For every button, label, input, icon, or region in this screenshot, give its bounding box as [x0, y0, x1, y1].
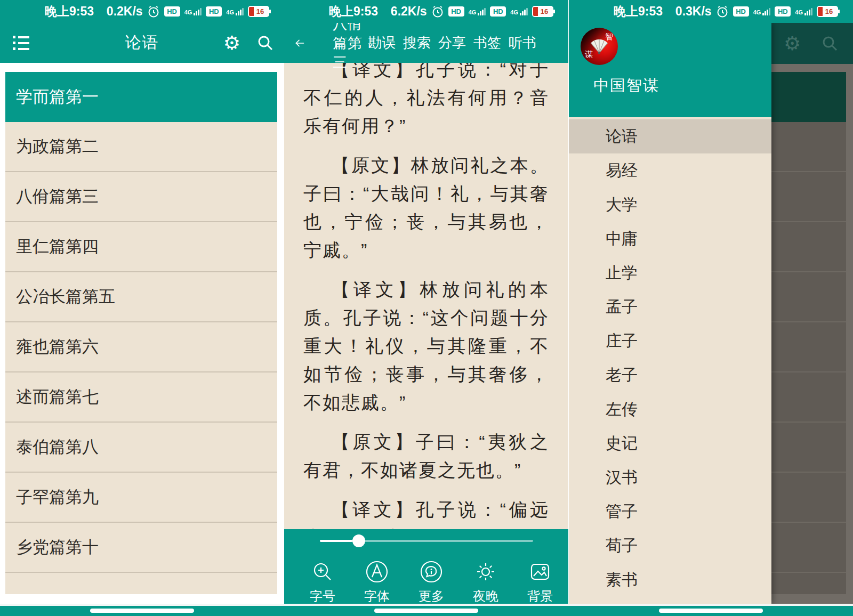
panel-reader: 晚上9:53 6.2K/s HD 4G HD 4G 16 八佾篇第三 勘误 搜索	[284, 0, 568, 616]
book-item[interactable]: 庄子	[569, 324, 771, 358]
panel-chapter-list: 晚上9:53 0.2K/s HD 4G HD 4G 16 论语 ⚙	[0, 0, 284, 616]
book-item[interactable]: 大学	[569, 188, 771, 222]
chapter-list: 学而篇第一 为政篇第二 八佾篇第三 里仁篇第四 公冶长篇第五 雍也篇第六 述而篇…	[5, 72, 277, 594]
paragraph: 【译文】林放问礼的本质。孔子说：“这个问题十分重大！礼仪，与其隆重，不如节俭；丧…	[303, 275, 549, 417]
font-family-icon	[365, 560, 389, 584]
app-title: 中国智谋	[593, 75, 659, 96]
chapter-item[interactable]: 子罕篇第九	[5, 473, 277, 523]
font-family-button[interactable]: 字体	[350, 560, 404, 605]
chapter-item-selected[interactable]: 学而篇第一	[5, 72, 277, 122]
status-icons: 6.2K/s HD 4G HD 4G 16	[391, 4, 553, 19]
hd-icon: HD	[733, 6, 749, 17]
book-item[interactable]: 史记	[569, 426, 771, 460]
book-item[interactable]: 老子	[569, 358, 771, 392]
reading-area[interactable]: 【译文】孔子说：“对于不仁的人，礼法有何用？音乐有何用？” 【原文】林放问礼之本…	[284, 63, 568, 529]
network-speed: 0.2K/s	[107, 4, 143, 19]
font-size-button[interactable]: 字号	[295, 560, 350, 605]
app-header: 论语 ⚙	[0, 23, 284, 63]
hd-icon: HD	[775, 6, 791, 17]
alarm-icon	[716, 5, 729, 18]
paragraph: 【原文】林放问礼之本。子曰：“大哉问！礼，与其奢也，宁俭；丧，与其易也，宁戚。”	[303, 151, 549, 264]
hd-icon: HD	[448, 6, 464, 17]
gear-icon-dimmed: ⚙	[784, 33, 801, 54]
chapter-item[interactable]: 里仁篇第四	[5, 222, 277, 272]
app-logo-icon: 智 谋	[581, 28, 618, 65]
chapter-item[interactable]: 述而篇第七	[5, 372, 277, 423]
slider-thumb[interactable]	[352, 534, 365, 547]
night-mode-button[interactable]: 夜晚	[458, 560, 513, 605]
battery-icon: 16	[532, 6, 553, 17]
signal-icon: 4G	[795, 8, 812, 15]
paragraph: 【原文】子曰：“夷狄之有君，不如诸夏之无也。”	[303, 428, 549, 484]
page-title: 论语	[0, 32, 284, 54]
chapter-item[interactable]: 为政篇第二	[5, 122, 277, 172]
signal-icon: 4G	[510, 8, 528, 15]
book-item[interactable]: 管子	[569, 495, 771, 529]
chapter-item[interactable]: 雍也篇第六	[5, 322, 277, 372]
system-nav-bar	[0, 606, 853, 616]
book-item[interactable]: 孟子	[569, 290, 771, 324]
status-bar: 晚上9:53 0.2K/s HD 4G HD 4G 16	[0, 0, 284, 23]
menu-item-errata[interactable]: 勘误	[368, 34, 396, 52]
back-icon[interactable]	[295, 34, 305, 53]
panel-drawer: ⚙	[569, 0, 853, 616]
icon-char-top: 智	[605, 32, 613, 42]
chapter-item[interactable]: 公冶长篇第五	[5, 272, 277, 322]
home-indicator[interactable]	[659, 609, 763, 613]
status-bar: 晚上9:53 6.2K/s HD 4G HD 4G 16	[284, 0, 568, 23]
status-time: 晚上9:53	[614, 3, 663, 20]
search-icon-dimmed	[821, 35, 839, 53]
font-size-icon	[310, 560, 335, 584]
alarm-icon	[147, 5, 160, 18]
hd-icon: HD	[490, 6, 506, 17]
book-item[interactable]: 汉书	[569, 460, 771, 495]
more-icon	[419, 560, 444, 584]
book-item[interactable]: 素书	[569, 563, 771, 597]
drawer-header: 智 谋 中国智谋	[569, 23, 771, 117]
battery-icon: 16	[248, 6, 269, 17]
status-icons: 0.2K/s HD 4G HD 4G 16	[107, 4, 269, 19]
more-button[interactable]: 更多	[404, 560, 458, 605]
book-item[interactable]: 中庸	[569, 222, 771, 256]
paragraph: 【译文】孔子说：“偏远小国有君主，不如中原各国没君主。”	[303, 496, 549, 529]
status-icons: 0.3K/s HD 4G HD 4G 16	[675, 4, 838, 19]
background-button[interactable]: 背景	[513, 560, 567, 605]
reader-header: 八佾篇第三 勘误 搜索 分享 书签 听书	[284, 23, 568, 63]
status-time: 晚上9:53	[329, 3, 378, 20]
icon-char-bottom: 谋	[585, 50, 593, 60]
chapter-item[interactable]: 八佾篇第三	[5, 172, 277, 222]
signal-icon: 4G	[469, 8, 486, 15]
signal-icon: 4G	[184, 8, 202, 15]
home-indicator[interactable]	[374, 609, 478, 613]
menu-item-share[interactable]: 分享	[438, 34, 466, 52]
chapter-item[interactable]: 乡党篇第十	[5, 523, 277, 573]
hd-icon: HD	[164, 6, 180, 17]
book-item-selected[interactable]: 论语	[569, 119, 771, 153]
sun-icon	[473, 560, 498, 584]
chapter-item[interactable]: 泰伯篇第八	[5, 423, 277, 473]
network-speed: 6.2K/s	[391, 4, 427, 19]
alarm-icon	[431, 5, 444, 18]
chapter-item-partial[interactable]	[5, 573, 277, 594]
book-item[interactable]: 止学	[569, 256, 771, 290]
book-item[interactable]: 左传	[569, 392, 771, 426]
navigation-drawer: 智 谋 中国智谋 论语 易经 大学 中庸 止学 孟子 庄子 老子 左传 史记 汉…	[569, 23, 771, 604]
menu-item-listen[interactable]: 听书	[509, 34, 536, 52]
book-list: 论语 易经 大学 中庸 止学 孟子 庄子 老子 左传 史记 汉书 管子 荀子 素…	[569, 117, 771, 597]
signal-icon: 4G	[753, 8, 771, 15]
triple-screenshot: 晚上9:53 0.2K/s HD 4G HD 4G 16 论语 ⚙	[0, 0, 853, 616]
hd-icon: HD	[206, 6, 222, 17]
brightness-slider[interactable]	[284, 534, 568, 547]
menu-item-bookmark[interactable]: 书签	[473, 34, 501, 52]
network-speed: 0.3K/s	[675, 4, 712, 19]
book-item[interactable]: 荀子	[569, 529, 771, 563]
picture-icon	[528, 560, 552, 584]
status-time: 晚上9:53	[45, 3, 94, 20]
menu-item-search[interactable]: 搜索	[403, 34, 431, 52]
book-item[interactable]: 易经	[569, 153, 771, 188]
battery-icon: 16	[817, 6, 838, 17]
reader-toolbar: 字号 字体 更多	[284, 529, 568, 604]
status-bar: 晚上9:53 0.3K/s HD 4G HD 4G 16	[569, 0, 853, 23]
home-indicator[interactable]	[90, 609, 194, 613]
reader-menu: 勘误 搜索 分享 书签 听书	[368, 34, 536, 52]
